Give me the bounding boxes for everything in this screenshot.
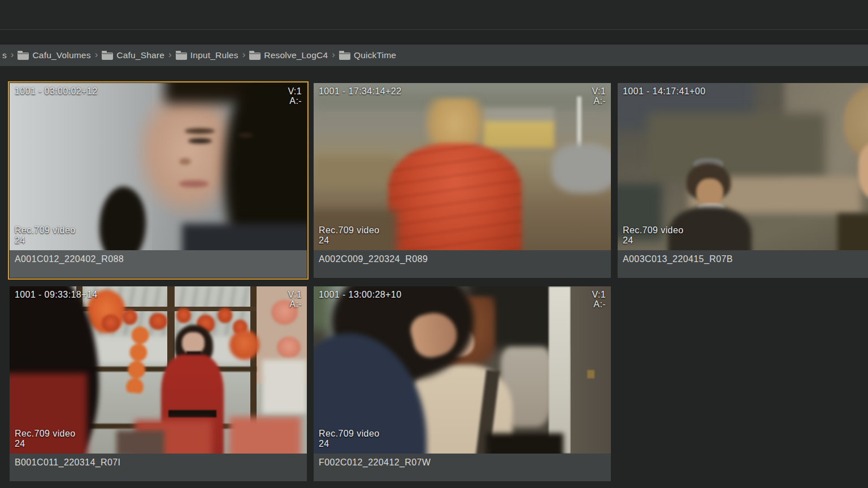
clip-card[interactable]: 1001 - 09:33:18+14 V:1 A:- Rec.709 video… (10, 286, 307, 481)
colorspace-label: Rec.709 video (319, 429, 380, 439)
chevron-right-icon: › (168, 49, 172, 60)
folder-icon (102, 53, 113, 60)
art-layer (179, 180, 209, 188)
video-track-label: V:1 (592, 86, 606, 96)
clip-card[interactable]: 1001 - 03:00:02+12 V:1 A:- Rec.709 video… (10, 83, 307, 278)
clip-meta-overlay: Rec.709 video 24 (319, 225, 380, 246)
timecode-overlay: 1001 - 09:33:18+14 (15, 290, 97, 300)
chevron-right-icon: › (11, 49, 14, 60)
breadcrumb: s › Cafu_Volumes › Cafu_Share › Input_Ru… (0, 45, 868, 66)
clip-name: B001C011_220314_R07I (10, 454, 307, 481)
frame-rate-label: 24 (623, 236, 684, 246)
video-track-label: V:1 (288, 290, 302, 299)
clip-name: A003C013_220415_R07B (618, 250, 868, 278)
art-layer (168, 410, 216, 417)
timecode-overlay: 1001 - 03:00:02+12 (15, 86, 97, 97)
art-layer (552, 143, 611, 194)
art-layer (81, 337, 248, 363)
folder-icon (176, 53, 187, 60)
breadcrumb-item[interactable]: QuickTime (339, 50, 396, 60)
breadcrumb-item[interactable]: Input_Rules (176, 50, 238, 60)
breadcrumb-item-label: QuickTime (354, 50, 396, 60)
clip-card[interactable]: 1001 - 14:17:41+00 V:1 A:- Rec.709 video… (618, 83, 868, 278)
art-layer (587, 370, 594, 378)
chevron-right-icon: › (242, 49, 246, 60)
folder-icon (339, 53, 350, 60)
colorspace-label: Rec.709 video (15, 429, 76, 439)
audio-track-label: A:- (592, 96, 606, 106)
folder-icon (18, 53, 29, 60)
clip-thumbnail: 1001 - 03:00:02+12 V:1 A:- Rec.709 video… (10, 83, 307, 250)
clip-name: A001C012_220402_R088 (10, 250, 307, 278)
video-track-label: V:1 (592, 290, 606, 299)
track-info-overlay: V:1 A:- (592, 86, 606, 106)
art-layer (188, 138, 212, 143)
clip-thumbnail: 1001 - 13:00:28+10 V:1 A:- Rec.709 video… (314, 286, 611, 454)
media-bin-window: { "breadcrumb": { "truncated_item": "s",… (0, 0, 868, 488)
art-layer (116, 325, 159, 395)
art-layer (549, 286, 571, 454)
clip-name: A002C009_220324_R089 (314, 250, 611, 278)
art-layer (182, 332, 204, 354)
art-layer (182, 224, 307, 250)
breadcrumb-item-label: Cafu_Volumes (32, 50, 90, 60)
colorspace-label: Rec.709 video (623, 225, 684, 236)
art-layer (483, 108, 554, 148)
track-info-overlay: V:1 A:- (288, 290, 302, 309)
timecode-overlay: 1001 - 17:34:14+22 (319, 86, 401, 97)
chevron-right-icon: › (95, 49, 98, 60)
audio-track-label: A:- (288, 96, 302, 106)
art-layer (648, 113, 826, 180)
breadcrumb-item-label: Cafu_Share (116, 50, 164, 60)
art-layer (176, 308, 191, 323)
art-layer (262, 360, 307, 413)
art-layer (229, 417, 301, 454)
clip-meta-overlay: Rec.709 video 24 (623, 225, 684, 246)
timecode-overlay: 1001 - 13:00:28+10 (319, 290, 401, 300)
clip-meta-overlay: Rec.709 video 24 (319, 429, 380, 449)
toolbar-divider (0, 29, 868, 45)
chevron-right-icon: › (332, 49, 335, 60)
breadcrumb-item-label: Resolve_LogC4 (264, 50, 328, 60)
frame-rate-label: 24 (15, 236, 76, 246)
art-layer (116, 430, 164, 454)
frame-rate-label: 24 (319, 439, 380, 449)
colorspace-label: Rec.709 video (15, 225, 76, 236)
breadcrumb-item-truncated[interactable]: s (2, 50, 7, 60)
breadcrumb-item[interactable]: Cafu_Volumes (18, 50, 90, 60)
art-layer (837, 213, 868, 250)
audio-track-label: A:- (592, 299, 606, 309)
art-layer (696, 178, 723, 207)
folder-icon (249, 53, 261, 60)
top-toolbar (0, 0, 868, 29)
track-info-overlay: V:1 A:- (592, 290, 606, 309)
art-layer (123, 310, 137, 325)
clip-thumbnail: 1001 - 17:34:14+22 V:1 A:- Rec.709 video… (314, 83, 611, 250)
timecode-overlay: 1001 - 14:17:41+00 (623, 86, 705, 97)
art-layer (388, 143, 522, 250)
clip-thumbnail: 1001 - 14:17:41+00 V:1 A:- Rec.709 video… (618, 83, 868, 250)
art-layer (102, 315, 120, 332)
art-layer (179, 158, 191, 165)
art-layer (486, 433, 563, 454)
frame-rate-label: 24 (319, 236, 380, 246)
audio-track-label: A:- (288, 299, 302, 309)
clip-card[interactable]: 1001 - 17:34:14+22 V:1 A:- Rec.709 video… (314, 83, 611, 278)
art-layer (314, 156, 397, 186)
video-track-label: V:1 (288, 86, 302, 96)
clip-meta-overlay: Rec.709 video 24 (15, 225, 76, 246)
clip-thumbnail: 1001 - 09:33:18+14 V:1 A:- Rec.709 video… (10, 286, 307, 454)
breadcrumb-item-label: Input_Rules (190, 50, 238, 60)
clip-card[interactable]: 1001 - 13:00:28+10 V:1 A:- Rec.709 video… (314, 286, 611, 481)
art-layer (229, 330, 259, 360)
frame-rate-label: 24 (15, 439, 76, 449)
track-info-overlay: V:1 A:- (288, 86, 302, 106)
clip-name: F002C012_220412_R07W (314, 454, 611, 481)
colorspace-label: Rec.709 video (319, 225, 380, 236)
breadcrumb-item[interactable]: Cafu_Share (102, 50, 164, 60)
breadcrumb-item[interactable]: Resolve_LogC4 (249, 50, 328, 60)
clip-meta-overlay: Rec.709 video 24 (15, 429, 76, 449)
